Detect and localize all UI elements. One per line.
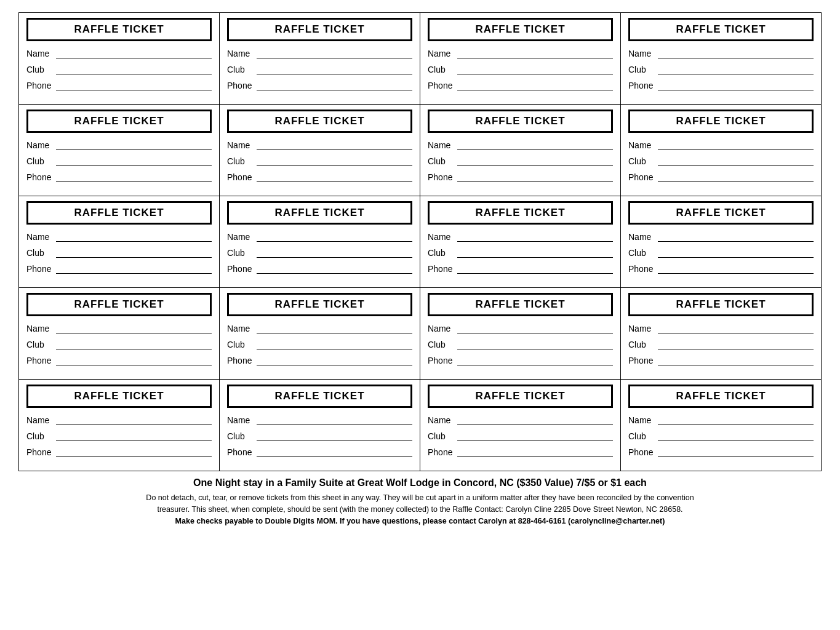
name-label: Name <box>26 49 55 58</box>
name-label: Name <box>26 232 55 242</box>
ticket-header: RAFFLE TICKET <box>227 293 412 316</box>
ticket-header: RAFFLE TICKET <box>628 201 814 225</box>
name-label: Name <box>26 324 55 333</box>
ticket-2-1: RAFFLE TICKET Name Club Phone <box>19 105 220 196</box>
phone-label: Phone <box>227 81 255 90</box>
name-line <box>257 233 412 242</box>
phone-label: Phone <box>227 264 255 274</box>
phone-label: Phone <box>428 172 456 182</box>
phone-line <box>56 357 212 365</box>
phone-field: Phone <box>26 172 212 182</box>
ticket-1-2: RAFFLE TICKET Name Club Phone <box>220 13 420 105</box>
club-line <box>658 433 814 441</box>
phone-line <box>658 265 814 274</box>
club-line <box>457 433 613 441</box>
phone-line <box>56 173 212 182</box>
ticket-2-2: RAFFLE TICKET Name Club Phone <box>220 105 420 196</box>
name-line <box>56 325 212 333</box>
club-label: Club <box>628 431 657 441</box>
name-field: Name <box>26 49 212 58</box>
club-line <box>658 249 814 258</box>
phone-field: Phone <box>628 447 814 457</box>
name-line <box>56 417 212 425</box>
ticket-header: RAFFLE TICKET <box>26 385 212 408</box>
phone-line <box>658 449 814 457</box>
club-label: Club <box>26 65 55 74</box>
club-field: Club <box>227 65 412 74</box>
phone-line <box>257 82 412 90</box>
name-label: Name <box>227 324 255 333</box>
ticket-4-3: RAFFLE TICKET Name Club Phone <box>420 288 621 380</box>
phone-label: Phone <box>628 356 657 365</box>
ticket-header: RAFFLE TICKET <box>26 18 212 41</box>
club-field: Club <box>26 156 212 166</box>
name-label: Name <box>428 232 456 242</box>
name-field: Name <box>628 140 814 150</box>
club-field: Club <box>428 431 613 441</box>
ticket-3-3: RAFFLE TICKET Name Club Phone <box>420 196 621 288</box>
name-line <box>457 325 613 333</box>
phone-line <box>457 265 613 274</box>
ticket-4-4: RAFFLE TICKET Name Club Phone <box>621 288 822 380</box>
name-line <box>658 50 814 58</box>
club-label: Club <box>26 431 55 441</box>
name-line <box>658 325 814 333</box>
name-field: Name <box>227 49 412 58</box>
club-line <box>457 249 613 258</box>
club-label: Club <box>227 65 255 74</box>
footer-section: One Night stay in a Family Suite at Grea… <box>18 471 822 527</box>
name-label: Name <box>428 140 456 150</box>
ticket-header: RAFFLE TICKET <box>428 110 613 133</box>
club-field: Club <box>628 248 814 258</box>
phone-label: Phone <box>428 447 456 457</box>
phone-label: Phone <box>428 81 456 90</box>
name-line <box>457 50 613 58</box>
phone-field: Phone <box>628 81 814 90</box>
page-container: RAFFLE TICKET Name Club Phone RAFFLE TIC… <box>18 12 822 527</box>
club-line <box>56 433 212 441</box>
phone-field: Phone <box>428 81 613 90</box>
footer-note-line1: Do not detach, cut, tear, or remove tick… <box>146 493 694 502</box>
name-field: Name <box>227 140 412 150</box>
ticket-4-2: RAFFLE TICKET Name Club Phone <box>220 288 420 380</box>
ticket-header: RAFFLE TICKET <box>628 385 814 408</box>
phone-field: Phone <box>428 172 613 182</box>
name-line <box>257 417 412 425</box>
ticket-4-1: RAFFLE TICKET Name Club Phone <box>19 288 220 380</box>
name-line <box>658 233 814 242</box>
ticket-header: RAFFLE TICKET <box>428 293 613 316</box>
name-line <box>457 233 613 242</box>
club-line <box>457 158 613 166</box>
name-field: Name <box>227 232 412 242</box>
ticket-2-3: RAFFLE TICKET Name Club Phone <box>420 105 621 196</box>
name-line <box>56 50 212 58</box>
phone-label: Phone <box>26 81 55 90</box>
phone-field: Phone <box>628 172 814 182</box>
phone-field: Phone <box>428 356 613 365</box>
name-label: Name <box>227 49 255 58</box>
club-label: Club <box>628 65 657 74</box>
phone-field: Phone <box>428 264 613 274</box>
phone-line <box>56 265 212 274</box>
ticket-header: RAFFLE TICKET <box>227 385 412 408</box>
name-line <box>56 233 212 242</box>
ticket-header: RAFFLE TICKET <box>628 293 814 316</box>
phone-label: Phone <box>628 264 657 274</box>
ticket-header: RAFFLE TICKET <box>227 18 412 41</box>
phone-field: Phone <box>227 356 412 365</box>
footer-note: Do not detach, cut, tear, or remove tick… <box>18 492 822 527</box>
ticket-header: RAFFLE TICKET <box>26 201 212 225</box>
phone-field: Phone <box>26 264 212 274</box>
phone-field: Phone <box>227 172 412 182</box>
club-line <box>56 66 212 74</box>
name-field: Name <box>26 324 212 333</box>
name-line <box>658 417 814 425</box>
name-label: Name <box>227 415 255 425</box>
ticket-5-2: RAFFLE TICKET Name Club Phone <box>220 380 420 471</box>
name-label: Name <box>428 49 456 58</box>
club-field: Club <box>628 156 814 166</box>
phone-field: Phone <box>26 81 212 90</box>
name-label: Name <box>227 232 255 242</box>
club-line <box>457 341 613 349</box>
name-label: Name <box>628 49 657 58</box>
